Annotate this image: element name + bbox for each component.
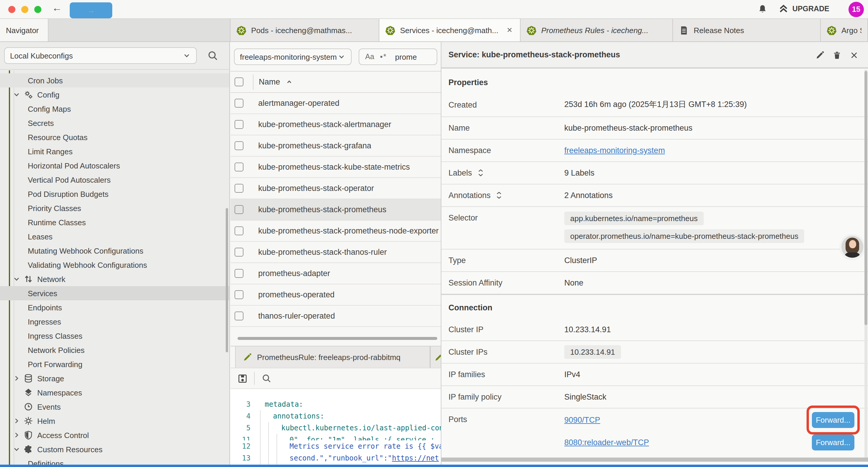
yaml-editor[interactable]: 3metadata:4annotations:5kubectl.kubernet… <box>230 388 441 467</box>
sidebar-item-network[interactable]: Network <box>0 272 229 286</box>
sidebar-item-vertical-pod-autoscalers[interactable]: Vertical Pod Autoscalers <box>0 173 229 187</box>
port-link-9090-tcp[interactable]: 9090/TCP <box>564 415 600 424</box>
tab-services-icecheng-math[interactable]: Services - icecheng@math...✕ <box>379 19 521 41</box>
sidebar-item-storage[interactable]: Storage <box>0 371 229 385</box>
row-checkbox[interactable] <box>235 312 243 320</box>
table-row-thanos-ruler-operated[interactable]: thanos-ruler-operated <box>230 305 441 327</box>
table-row-kube-prometheus-stack-thanos-ruler[interactable]: kube-prometheus-stack-thanos-ruler <box>230 242 441 263</box>
table-row-kube-prometheus-stack-prometheus-node-exporter[interactable]: kube-prometheus-stack-prometheus-node-ex… <box>230 221 441 242</box>
table-row-kube-prometheus-stack-prometheus[interactable]: kube-prometheus-stack-prometheus <box>230 199 441 221</box>
edit-service-button[interactable] <box>815 51 824 60</box>
close-panel-button[interactable] <box>850 51 859 60</box>
detail-vertical-scrollbar[interactable] <box>864 70 867 461</box>
window-maximize-button[interactable] <box>34 6 41 13</box>
tab-argo-se[interactable]: Argo Se <box>821 19 868 41</box>
sidebar-item-access-control[interactable]: Access Control <box>0 428 229 442</box>
sidebar-item-network-policies[interactable]: Network Policies <box>0 343 229 357</box>
sidebar-item-cron-jobs[interactable]: Cron Jobs <box>0 73 229 87</box>
sidebar-item-namespaces[interactable]: Namespaces <box>0 385 229 400</box>
editor-tab-partial[interactable] <box>430 346 441 368</box>
row-checkbox[interactable] <box>235 163 243 171</box>
upgrade-button[interactable]: UPGRADE <box>779 4 829 13</box>
table-row-kube-prometheus-stack-operator[interactable]: kube-prometheus-stack-operator <box>230 178 441 199</box>
table-row-kube-prometheus-stack-kube-state-metrics[interactable]: kube-prometheus-stack-kube-state-metrics <box>230 157 441 178</box>
column-header-name[interactable]: Name <box>253 74 293 90</box>
filter-input[interactable]: Aa ▪* prome <box>359 49 437 65</box>
regex-toggle[interactable]: ▪* <box>380 53 387 61</box>
row-checkbox[interactable] <box>235 120 243 129</box>
namespace-selector[interactable]: freeleaps-monitoring-system <box>234 49 351 65</box>
sidebar-item-ingresses[interactable]: Ingresses <box>0 315 229 329</box>
sidebar-item-config[interactable]: Config <box>0 87 229 102</box>
namespace-link[interactable]: freeleaps-monitoring-system <box>564 146 665 155</box>
forward-port-button[interactable]: Forward... <box>812 434 855 450</box>
row-checkbox[interactable] <box>235 99 243 108</box>
table-row-prometheus-operated[interactable]: prometheus-operated <box>230 284 441 305</box>
table-row-kube-prometheus-stack-grafana[interactable]: kube-prometheus-stack-grafana <box>230 135 441 157</box>
sidebar-item-resource-quotas[interactable]: Resource Quotas <box>0 130 229 144</box>
sidebar-search-icon[interactable] <box>208 50 218 61</box>
sidebar-item-services[interactable]: Services <box>0 286 229 300</box>
save-icon[interactable] <box>238 373 248 383</box>
notification-count-badge[interactable]: 15 <box>848 2 864 17</box>
port-link-8080-reloader-web-tcp[interactable]: 8080:reloader-web/TCP <box>564 438 649 447</box>
sidebar-item-runtime-classes[interactable]: Runtime Classes <box>0 215 229 229</box>
sidebar-item-ingress-classes[interactable]: Ingress Classes <box>0 329 229 343</box>
row-checkbox[interactable] <box>235 205 243 214</box>
row-checkbox[interactable] <box>235 184 243 193</box>
window-close-button[interactable] <box>8 6 16 13</box>
sidebar-item-secrets[interactable]: Secrets <box>0 116 229 130</box>
sidebar-item-limit-ranges[interactable]: Limit Ranges <box>0 144 229 158</box>
window-minimize-button[interactable] <box>21 6 28 13</box>
notifications-bell-icon[interactable] <box>757 4 768 14</box>
row-checkbox[interactable] <box>235 269 243 278</box>
sidebar-item-leases[interactable]: Leases <box>0 229 229 243</box>
sidebar-scrollbar[interactable] <box>226 208 228 352</box>
row-checkbox[interactable] <box>235 141 243 150</box>
tab-prometheus-rules-icecheng[interactable]: Prometheus Rules - icecheng... <box>521 19 673 41</box>
sidebar-item-endpoints[interactable]: Endpoints <box>0 300 229 315</box>
tab-pods-icecheng-mathmas[interactable]: Pods - icecheng@mathmas... <box>230 19 379 41</box>
forward-button[interactable]: → <box>70 2 112 18</box>
sidebar-item-helm[interactable]: Helm <box>0 414 229 428</box>
user-avatar[interactable] <box>841 236 863 258</box>
table-row-prometheus-adapter[interactable]: prometheus-adapter <box>230 263 441 284</box>
sidebar-item-events[interactable]: Events <box>0 400 229 414</box>
navigator-tab[interactable]: Navigator <box>0 19 49 41</box>
chevron-right-icon[interactable] <box>12 417 21 425</box>
detail-horizontal-scrollbar[interactable] <box>441 458 868 462</box>
sidebar-item-config-maps[interactable]: Config Maps <box>0 102 229 116</box>
sidebar-item-pod-disruption-budgets[interactable]: Pod Disruption Budgets <box>0 187 229 201</box>
sidebar-item-horizontal-pod-autoscalers[interactable]: Horizontal Pod Autoscalers <box>0 158 229 173</box>
table-row-kube-prometheus-stack-alertmanager[interactable]: kube-prometheus-stack-alertmanager <box>230 114 441 135</box>
row-checkbox[interactable] <box>235 226 243 235</box>
forward-port-button[interactable]: Forward... <box>812 412 855 428</box>
sidebar-item-custom-resources[interactable]: Custom Resources <box>0 442 229 456</box>
table-row-alertmanager-operated[interactable]: alertmanager-operated <box>230 93 441 114</box>
delete-service-button[interactable] <box>833 51 841 60</box>
sort-updown-icon[interactable] <box>496 191 502 200</box>
chevron-down-icon[interactable] <box>12 90 21 99</box>
sidebar-item-mutating-webhook-configurations[interactable]: Mutating Webhook Configurations <box>0 243 229 258</box>
scrollbar-thumb[interactable] <box>864 71 867 325</box>
titlebar: ← → UPGRADE 15 <box>0 0 868 19</box>
chevron-down-icon[interactable] <box>12 445 21 454</box>
chevron-down-icon[interactable] <box>12 275 21 283</box>
editor-search-icon[interactable] <box>262 374 271 383</box>
sort-updown-icon[interactable] <box>477 169 484 177</box>
back-button[interactable]: ← <box>52 2 62 14</box>
sidebar-item-validating-webhook-configurations[interactable]: Validating Webhook Configurations <box>0 258 229 272</box>
row-checkbox[interactable] <box>235 290 243 299</box>
tab-release-notes[interactable]: Release Notes <box>673 19 821 41</box>
row-checkbox[interactable] <box>235 248 243 257</box>
sidebar-item-port-forwarding[interactable]: Port Forwarding <box>0 357 229 371</box>
kubeconfig-selector[interactable]: Local Kubeconfigs <box>4 47 197 64</box>
chevron-right-icon[interactable] <box>12 431 21 439</box>
chevron-right-icon[interactable] <box>12 374 21 382</box>
match-case-toggle[interactable]: Aa <box>365 53 374 61</box>
select-all-checkbox[interactable] <box>235 78 243 86</box>
table-horizontal-scrollbar[interactable] <box>238 337 437 340</box>
close-tab-icon[interactable]: ✕ <box>507 26 513 34</box>
sidebar-item-priority-classes[interactable]: Priority Classes <box>0 201 229 215</box>
editor-tab-prometheusrule-freeleaps-prod-rabbitmq[interactable]: PrometheusRule: freeleaps-prod-rabbitmq <box>235 346 430 368</box>
